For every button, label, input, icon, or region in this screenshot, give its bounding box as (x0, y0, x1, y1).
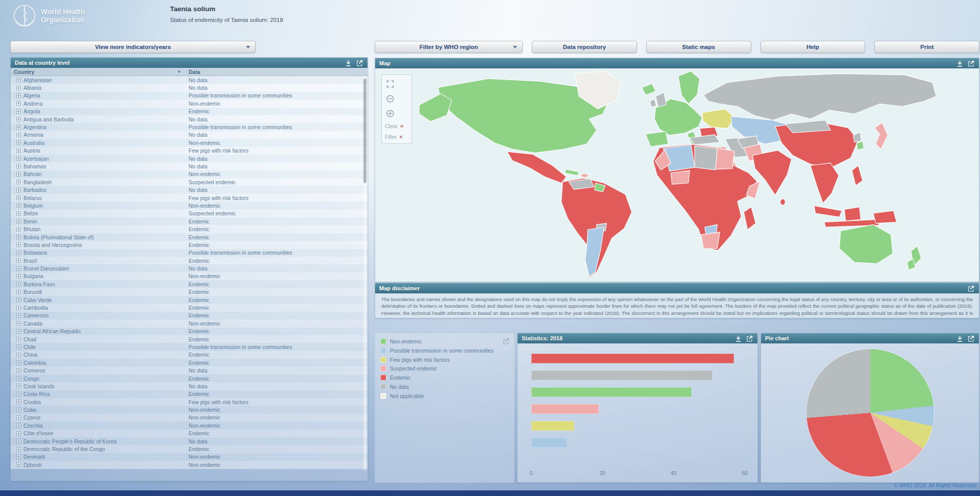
help-button[interactable]: Help (761, 41, 866, 53)
share-icon[interactable] (502, 337, 510, 345)
bar-no_data[interactable] (531, 370, 713, 380)
table-row[interactable]: Azerbaijan No data (11, 155, 368, 162)
table-scrollbar[interactable] (363, 77, 366, 470)
bar-endemic[interactable] (531, 354, 734, 363)
table-row[interactable]: Bahamas No data (11, 162, 368, 170)
expand-row-icon[interactable] (16, 172, 21, 177)
expand-row-icon[interactable] (16, 306, 21, 310)
expand-row-icon[interactable] (16, 415, 21, 420)
expand-row-icon[interactable] (16, 384, 21, 388)
table-row[interactable]: Belize Suspected endemic (11, 210, 368, 217)
expand-row-icon[interactable] (16, 195, 21, 200)
share-icon[interactable] (356, 59, 363, 67)
table-row[interactable]: Canada Non-endemic (11, 319, 368, 327)
expand-row-icon[interactable] (16, 203, 21, 208)
table-row[interactable]: Andorra Non-endemic (11, 100, 368, 107)
column-header-country[interactable]: Country (14, 69, 34, 75)
expand-row-icon[interactable] (16, 337, 21, 341)
expand-row-icon[interactable] (16, 360, 21, 365)
column-header-data[interactable]: Data (186, 69, 368, 75)
table-row[interactable]: Austria Few pigs with risk factors (11, 147, 368, 155)
world-map[interactable] (375, 68, 979, 282)
expand-row-icon[interactable] (16, 188, 21, 192)
map-fullscreen-button[interactable] (385, 79, 395, 89)
table-row[interactable]: Armenia No data (11, 131, 368, 139)
expand-row-icon[interactable] (16, 353, 21, 357)
expand-row-icon[interactable] (16, 109, 21, 114)
download-icon[interactable] (345, 59, 352, 67)
table-row[interactable]: Bhutan Endemic (11, 225, 368, 233)
table-row[interactable]: Central African Republic Endemic (11, 328, 368, 335)
expand-row-icon[interactable] (16, 344, 21, 349)
table-row[interactable]: Argentina Possible transmission in some … (11, 123, 368, 131)
download-icon[interactable] (956, 335, 964, 342)
expand-row-icon[interactable] (16, 125, 21, 130)
scrollbar-thumb[interactable] (363, 79, 366, 183)
expand-row-icon[interactable] (16, 156, 21, 161)
expand-row-icon[interactable] (16, 101, 21, 106)
expand-row-icon[interactable] (16, 180, 21, 184)
table-row[interactable]: Algeria Possible transmission in some co… (11, 92, 368, 100)
table-row[interactable]: Botswana Possible transmission in some c… (11, 249, 368, 257)
expand-row-icon[interactable] (16, 423, 21, 428)
expand-row-icon[interactable] (16, 117, 21, 121)
table-row[interactable]: Burkina Faso Endemic (11, 280, 368, 288)
expand-row-icon[interactable] (16, 235, 21, 239)
static-maps-button[interactable]: Static maps (646, 41, 751, 53)
close-icon[interactable]: × (399, 134, 402, 140)
table-row[interactable]: Cambodia Endemic (11, 304, 368, 311)
table-row[interactable]: Belgium Non-endemic (11, 202, 368, 209)
table-row[interactable]: Croatia Few pigs with risk factors (11, 398, 368, 406)
table-row[interactable]: Burundi Endemic (11, 288, 368, 296)
table-row[interactable]: Czechia Non-endemic (11, 421, 368, 429)
table-row[interactable]: Denmark Non-endemic (11, 453, 368, 461)
table-row[interactable]: Cook Islands No data (11, 382, 368, 390)
table-row[interactable]: Bolivia (Plurinational State of) Endemic (11, 233, 368, 241)
table-row[interactable]: Côte d'Ivoire Endemic (11, 430, 368, 437)
share-icon[interactable] (967, 285, 975, 292)
view-more-indicators-button[interactable]: View more indicators/years (10, 41, 256, 53)
expand-row-icon[interactable] (16, 408, 21, 412)
print-button[interactable]: Print (874, 41, 979, 53)
table-row[interactable]: China Endemic (11, 351, 368, 359)
expand-row-icon[interactable] (16, 462, 21, 467)
expand-row-icon[interactable] (16, 219, 21, 224)
share-icon[interactable] (967, 335, 975, 342)
bar-few_pigs[interactable] (531, 421, 574, 431)
expand-row-icon[interactable] (16, 297, 21, 302)
table-row[interactable]: Democratic Republic of the Congo Endemic (11, 445, 368, 453)
expand-row-icon[interactable] (16, 455, 21, 459)
map-zoom-out-button[interactable] (385, 93, 395, 104)
table-row[interactable]: Chad Endemic (11, 335, 368, 343)
pie-chart[interactable] (806, 349, 934, 477)
map-filter-button[interactable]: Filter × (385, 134, 403, 140)
table-row[interactable]: Costa Rica Endemic (11, 390, 368, 398)
table-row[interactable]: Congo Endemic (11, 375, 368, 382)
table-row[interactable]: Benin Endemic (11, 217, 368, 225)
filter-by-region-button[interactable]: Filter by WHO region (375, 41, 523, 53)
expand-row-icon[interactable] (16, 290, 21, 294)
table-row[interactable]: Cyprus Non-endemic (11, 414, 368, 421)
table-row[interactable]: Bosnia and Herzegovina Endemic (11, 241, 368, 249)
expand-row-icon[interactable] (16, 266, 21, 271)
share-icon[interactable] (746, 335, 753, 342)
expand-row-icon[interactable] (16, 282, 21, 286)
expand-row-icon[interactable] (16, 431, 21, 436)
expand-row-icon[interactable] (16, 313, 21, 318)
bar-possible_transmission[interactable] (531, 438, 567, 448)
map-clear-button[interactable]: Clear × (385, 123, 404, 129)
table-row[interactable]: Belarus Few pigs with risk factors (11, 194, 368, 202)
table-row[interactable]: Colombia Endemic (11, 359, 368, 366)
table-row[interactable]: Cabo Verde Endemic (11, 296, 368, 304)
expand-row-icon[interactable] (16, 86, 21, 90)
expand-row-icon[interactable] (16, 258, 21, 263)
expand-row-icon[interactable] (16, 78, 21, 82)
map-zoom-in-button[interactable] (385, 108, 395, 118)
close-icon[interactable]: × (400, 123, 403, 129)
expand-row-icon[interactable] (16, 321, 21, 326)
download-icon[interactable] (734, 335, 742, 342)
expand-row-icon[interactable] (16, 164, 21, 168)
expand-row-icon[interactable] (16, 148, 21, 153)
expand-row-icon[interactable] (16, 140, 21, 145)
table-row[interactable]: Antigua and Barbuda No data (11, 115, 368, 123)
